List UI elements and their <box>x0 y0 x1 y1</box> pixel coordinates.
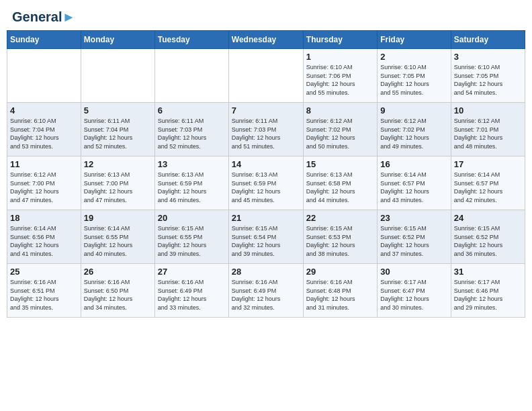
day-info: Sunrise: 6:16 AMSunset: 6:51 PMDaylight:… <box>10 278 78 312</box>
day-number: 22 <box>306 213 374 223</box>
calendar-day-23: 23Sunrise: 6:15 AMSunset: 6:52 PMDayligh… <box>378 210 451 264</box>
day-info: Sunrise: 6:12 AMSunset: 7:02 PMDaylight:… <box>306 117 374 150</box>
day-number: 17 <box>454 159 522 169</box>
day-info: Sunrise: 6:13 AMSunset: 7:00 PMDaylight:… <box>84 171 152 204</box>
calendar-day-6: 6Sunrise: 6:11 AMSunset: 7:03 PMDaylight… <box>154 103 228 156</box>
calendar-day-12: 12Sunrise: 6:13 AMSunset: 7:00 PMDayligh… <box>81 156 154 210</box>
calendar-day-14: 14Sunrise: 6:13 AMSunset: 6:59 PMDayligh… <box>228 156 303 210</box>
weekday-header-wednesday: Wednesday <box>228 31 303 49</box>
calendar-day-26: 26Sunrise: 6:16 AMSunset: 6:50 PMDayligh… <box>81 264 154 318</box>
day-number: 13 <box>158 159 226 169</box>
calendar-day-30: 30Sunrise: 6:17 AMSunset: 6:47 PMDayligh… <box>378 264 451 318</box>
day-number: 10 <box>454 105 522 116</box>
calendar-day-11: 11Sunrise: 6:12 AMSunset: 7:00 PMDayligh… <box>7 156 81 210</box>
day-number: 14 <box>232 159 300 169</box>
day-info: Sunrise: 6:14 AMSunset: 6:57 PMDaylight:… <box>380 171 447 204</box>
day-info: Sunrise: 6:17 AMSunset: 6:47 PMDaylight:… <box>380 278 447 312</box>
day-info: Sunrise: 6:14 AMSunset: 6:56 PMDaylight:… <box>10 224 78 258</box>
day-number: 7 <box>232 105 300 116</box>
calendar-table: SundayMondayTuesdayWednesdayThursdayFrid… <box>7 30 525 318</box>
calendar-day-17: 17Sunrise: 6:14 AMSunset: 6:57 PMDayligh… <box>451 156 525 210</box>
calendar-day-15: 15Sunrise: 6:13 AMSunset: 6:58 PMDayligh… <box>303 156 377 210</box>
day-info: Sunrise: 6:12 AMSunset: 7:02 PMDaylight:… <box>380 117 447 150</box>
calendar-day-25: 25Sunrise: 6:16 AMSunset: 6:51 PMDayligh… <box>7 264 81 318</box>
calendar-day-27: 27Sunrise: 6:16 AMSunset: 6:49 PMDayligh… <box>154 264 228 318</box>
day-info: Sunrise: 6:10 AMSunset: 7:06 PMDaylight:… <box>306 63 374 97</box>
calendar-day-28: 28Sunrise: 6:16 AMSunset: 6:49 PMDayligh… <box>228 264 303 318</box>
day-number: 30 <box>380 267 447 277</box>
day-info: Sunrise: 6:12 AMSunset: 7:00 PMDaylight:… <box>10 171 78 204</box>
weekday-header-sunday: Sunday <box>7 31 81 49</box>
day-info: Sunrise: 6:16 AMSunset: 6:49 PMDaylight:… <box>158 278 226 312</box>
day-number: 24 <box>454 213 522 223</box>
calendar-day-1: 1Sunrise: 6:10 AMSunset: 7:06 PMDaylight… <box>303 49 377 103</box>
calendar-day-16: 16Sunrise: 6:14 AMSunset: 6:57 PMDayligh… <box>378 156 451 210</box>
day-number: 3 <box>454 52 522 62</box>
weekday-header-tuesday: Tuesday <box>154 31 228 49</box>
day-info: Sunrise: 6:15 AMSunset: 6:53 PMDaylight:… <box>306 224 374 258</box>
day-number: 29 <box>306 267 374 277</box>
page-header: General► <box>7 7 525 25</box>
day-number: 1 <box>306 52 374 62</box>
day-number: 6 <box>158 105 226 116</box>
day-number: 28 <box>232 267 300 277</box>
calendar-day-19: 19Sunrise: 6:14 AMSunset: 6:55 PMDayligh… <box>81 210 154 264</box>
calendar-day-10: 10Sunrise: 6:12 AMSunset: 7:01 PMDayligh… <box>451 103 525 156</box>
day-number: 20 <box>158 213 226 223</box>
calendar-day-29: 29Sunrise: 6:16 AMSunset: 6:48 PMDayligh… <box>303 264 377 318</box>
day-number: 8 <box>306 105 374 116</box>
day-info: Sunrise: 6:14 AMSunset: 6:57 PMDaylight:… <box>454 171 522 204</box>
day-number: 16 <box>380 159 447 169</box>
day-number: 26 <box>84 267 152 277</box>
day-number: 21 <box>232 213 300 223</box>
day-info: Sunrise: 6:15 AMSunset: 6:54 PMDaylight:… <box>232 224 300 258</box>
day-info: Sunrise: 6:16 AMSunset: 6:49 PMDaylight:… <box>232 278 300 312</box>
day-info: Sunrise: 6:13 AMSunset: 6:58 PMDaylight:… <box>306 171 374 204</box>
calendar-day-21: 21Sunrise: 6:15 AMSunset: 6:54 PMDayligh… <box>228 210 303 264</box>
calendar-day-13: 13Sunrise: 6:13 AMSunset: 6:59 PMDayligh… <box>154 156 228 210</box>
calendar-day-3: 3Sunrise: 6:10 AMSunset: 7:05 PMDaylight… <box>451 49 525 103</box>
calendar-day-4: 4Sunrise: 6:10 AMSunset: 7:04 PMDaylight… <box>7 103 81 156</box>
day-number: 4 <box>10 105 78 116</box>
weekday-header-saturday: Saturday <box>451 31 525 49</box>
calendar-day-2: 2Sunrise: 6:10 AMSunset: 7:05 PMDaylight… <box>378 49 451 103</box>
day-info: Sunrise: 6:15 AMSunset: 6:52 PMDaylight:… <box>454 224 522 258</box>
calendar-week-row: 11Sunrise: 6:12 AMSunset: 7:00 PMDayligh… <box>7 156 525 210</box>
calendar-day-22: 22Sunrise: 6:15 AMSunset: 6:53 PMDayligh… <box>303 210 377 264</box>
day-info: Sunrise: 6:11 AMSunset: 7:03 PMDaylight:… <box>158 117 226 150</box>
calendar-day-9: 9Sunrise: 6:12 AMSunset: 7:02 PMDaylight… <box>378 103 451 156</box>
calendar-day-18: 18Sunrise: 6:14 AMSunset: 6:56 PMDayligh… <box>7 210 81 264</box>
calendar-week-row: 25Sunrise: 6:16 AMSunset: 6:51 PMDayligh… <box>7 264 525 318</box>
weekday-header-friday: Friday <box>378 31 451 49</box>
day-number: 2 <box>380 52 447 62</box>
logo: General► <box>12 9 75 22</box>
day-info: Sunrise: 6:10 AMSunset: 7:05 PMDaylight:… <box>454 63 522 97</box>
day-info: Sunrise: 6:15 AMSunset: 6:52 PMDaylight:… <box>380 224 447 258</box>
calendar-week-row: 4Sunrise: 6:10 AMSunset: 7:04 PMDaylight… <box>7 103 525 156</box>
day-number: 27 <box>158 267 226 277</box>
day-info: Sunrise: 6:11 AMSunset: 7:04 PMDaylight:… <box>84 117 152 150</box>
logo-general: General► <box>12 9 75 25</box>
calendar-week-row: 1Sunrise: 6:10 AMSunset: 7:06 PMDaylight… <box>7 49 525 103</box>
calendar-day-7: 7Sunrise: 6:11 AMSunset: 7:03 PMDaylight… <box>228 103 303 156</box>
calendar-day-20: 20Sunrise: 6:15 AMSunset: 6:55 PMDayligh… <box>154 210 228 264</box>
day-number: 15 <box>306 159 374 169</box>
day-number: 5 <box>84 105 152 116</box>
day-info: Sunrise: 6:11 AMSunset: 7:03 PMDaylight:… <box>232 117 300 150</box>
day-number: 31 <box>454 267 522 277</box>
day-number: 9 <box>380 105 447 116</box>
day-info: Sunrise: 6:16 AMSunset: 6:48 PMDaylight:… <box>306 278 374 312</box>
calendar-empty-cell <box>228 49 303 103</box>
day-number: 12 <box>84 159 152 169</box>
calendar-empty-cell <box>7 49 81 103</box>
weekday-header-monday: Monday <box>81 31 154 49</box>
day-info: Sunrise: 6:10 AMSunset: 7:04 PMDaylight:… <box>10 117 78 150</box>
day-number: 18 <box>10 213 78 223</box>
day-number: 25 <box>10 267 78 277</box>
calendar-day-5: 5Sunrise: 6:11 AMSunset: 7:04 PMDaylight… <box>81 103 154 156</box>
calendar-empty-cell <box>81 49 154 103</box>
calendar-day-24: 24Sunrise: 6:15 AMSunset: 6:52 PMDayligh… <box>451 210 525 264</box>
calendar-week-row: 18Sunrise: 6:14 AMSunset: 6:56 PMDayligh… <box>7 210 525 264</box>
day-number: 11 <box>10 159 78 169</box>
calendar-day-8: 8Sunrise: 6:12 AMSunset: 7:02 PMDaylight… <box>303 103 377 156</box>
